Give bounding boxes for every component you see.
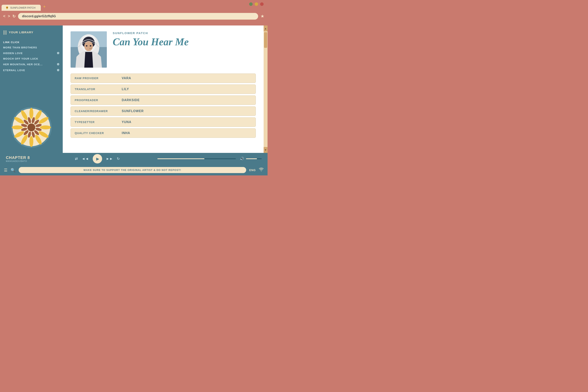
sidebar-item-her-mountain[interactable]: HER MOUNTAIN, HER OCE... ✿	[3, 61, 60, 67]
chapter-number: CHAPTER 8	[6, 156, 37, 160]
refresh-button[interactable]: ↻	[12, 14, 16, 18]
svg-point-35	[90, 45, 91, 46]
credit-value: INHA	[122, 131, 130, 135]
sidebar-item-label: MORE THAN BROTHERS	[3, 46, 37, 49]
credit-label: PROOFREADER	[75, 98, 122, 102]
credit-row-raw: RAW PROVIDER VARA	[70, 74, 256, 83]
sunflower-svg	[10, 106, 53, 149]
bottom-notice: MAKE SURE TO SUPPORT THE ORIGINAL ARTIST…	[18, 167, 246, 173]
sidebar-item-link-click[interactable]: LINK CLICK	[3, 40, 60, 45]
browser-chrome: 🌻 SUNFLOWER PATCH + < > ↻ discord.gg/erG…	[0, 0, 268, 26]
address-bar[interactable]: discord.gg/erG2zffq5G	[18, 13, 258, 20]
sidebar-item-mooch-off-your-luck[interactable]: MOOCH OFF YOUR LUCK	[3, 56, 60, 61]
search-icon[interactable]: 🔍	[10, 168, 16, 172]
credit-label: TRANSLATOR	[75, 88, 122, 91]
bottom-bar: ☰ 🔍 MAKE SURE TO SUPPORT THE ORIGINAL AR…	[0, 165, 268, 176]
volume-bar[interactable]	[246, 158, 262, 159]
menu-icon[interactable]: ☰	[4, 168, 8, 172]
scrollbar-down-button[interactable]: ▼	[264, 147, 268, 153]
library-header: ||| YOUR LIBRARY	[3, 30, 60, 35]
content-with-scroll: SUNFLOWER PATCH Can You Hear Me RAW PROV…	[63, 26, 268, 153]
credit-label: QUALITY CHECKER	[75, 132, 122, 135]
manga-title: Can You Hear Me	[113, 36, 256, 48]
svg-point-33	[84, 41, 93, 51]
credit-value: LILY	[122, 88, 129, 91]
scrollbar-thumb[interactable]	[264, 32, 267, 48]
heart-icon: ✿	[57, 51, 60, 55]
window-controls	[249, 2, 264, 6]
prev-button[interactable]: ◄◄	[82, 157, 89, 161]
credit-row-cleaner: CLEANER/REDRAWER SUNFLOWER	[70, 106, 256, 116]
forward-button[interactable]: >	[8, 14, 10, 18]
shuffle-button[interactable]: ⇄	[75, 156, 78, 161]
sidebar-item-label: HIDDEN LOVE	[3, 52, 23, 55]
minimize-button[interactable]	[249, 2, 253, 6]
library-icon: |||	[3, 30, 7, 35]
scrollbar-up-button[interactable]: ▲	[264, 26, 268, 31]
content-area: ||| YOUR LIBRARY LINK CLICK MORE THAN BR…	[0, 26, 268, 153]
svg-point-1	[30, 108, 33, 119]
play-button[interactable]: ▶	[93, 154, 102, 164]
sidebar-item-label: ETERNAL LOVE	[3, 69, 25, 72]
volume-icon: 🔊	[240, 156, 244, 161]
sidebar-item-more-than-brothers[interactable]: MORE THAN BROTHERS	[3, 45, 60, 50]
svg-point-25	[28, 124, 35, 131]
tab-title: SUNFLOWER PATCH	[10, 6, 36, 9]
heart-icon: ✿	[57, 62, 60, 66]
svg-point-10	[12, 126, 23, 129]
play-icon: ▶	[96, 156, 99, 161]
volume-section: 🔊	[240, 156, 262, 161]
volume-fill	[246, 158, 257, 159]
credit-label: CLEANER/REDRAWER	[75, 110, 122, 113]
credit-value: DARKSIDE	[122, 98, 140, 102]
chapter-info: CHAPTER 8 MANGADEX/BATO	[6, 156, 37, 162]
svg-point-7	[30, 136, 33, 147]
bookmark-icon[interactable]: ★	[260, 14, 264, 19]
sidebar-item-eternal-love[interactable]: ETERNAL LOVE ✿	[3, 67, 60, 73]
credits-section: RAW PROVIDER VARA TRANSLATOR LILY PROOFR…	[70, 74, 256, 138]
sidebar-item-label: HER MOUNTAIN, HER OCE...	[3, 63, 42, 66]
credit-row-typesetter: TYPESETTER YUNA	[70, 118, 256, 127]
manga-header: SUNFLOWER PATCH Can You Hear Me	[70, 31, 256, 68]
sidebar: ||| YOUR LIBRARY LINK CLICK MORE THAN BR…	[0, 26, 63, 153]
player-controls: ⇄ ◄◄ ▶ ►► ↻	[41, 154, 154, 164]
back-button[interactable]: <	[3, 14, 6, 18]
next-button[interactable]: ►►	[106, 157, 113, 161]
sidebar-item-label: MOOCH OFF YOUR LUCK	[3, 57, 38, 60]
nav-bar: < > ↻ discord.gg/erG2zffq5G ★	[0, 11, 268, 22]
close-button[interactable]	[260, 2, 264, 6]
maximize-button[interactable]	[254, 2, 258, 6]
sidebar-item-hidden-love[interactable]: HIDDEN LOVE ✿	[3, 50, 60, 56]
cover-art	[70, 31, 107, 68]
credit-label: RAW PROVIDER	[75, 77, 122, 80]
heart-icon: ✿	[57, 68, 60, 72]
scrollbar[interactable]: ▲ ▼	[264, 26, 268, 153]
wifi-icon	[259, 168, 264, 172]
progress-fill	[158, 158, 204, 159]
manga-cover	[70, 31, 107, 68]
sidebar-item-label: LINK CLICK	[3, 41, 20, 44]
sidebar-logo	[3, 102, 60, 149]
tab-favicon: 🌻	[6, 6, 8, 9]
manga-info: SUNFLOWER PATCH Can You Hear Me	[113, 31, 256, 48]
svg-point-34	[86, 45, 88, 46]
chapter-platform: MANGADEX/BATO	[6, 160, 37, 162]
tab-bar: 🌻 SUNFLOWER PATCH +	[0, 0, 268, 11]
svg-point-4	[40, 126, 51, 129]
credit-label: TYPESETTER	[75, 120, 122, 124]
repeat-button[interactable]: ↻	[117, 156, 120, 161]
progress-bar[interactable]	[158, 158, 236, 159]
credit-value: SUNFLOWER	[122, 109, 144, 113]
new-tab-button[interactable]: +	[42, 2, 47, 11]
manga-group: SUNFLOWER PATCH	[113, 31, 256, 35]
credit-value: YUNA	[122, 120, 131, 124]
active-tab[interactable]: 🌻 SUNFLOWER PATCH	[2, 5, 41, 11]
credit-row-translator: TRANSLATOR LILY	[70, 84, 256, 94]
credit-value: VARA	[122, 76, 131, 80]
content-panel: SUNFLOWER PATCH Can You Hear Me RAW PROV…	[63, 26, 264, 153]
library-title: YOUR LIBRARY	[9, 30, 34, 34]
player-bar: CHAPTER 8 MANGADEX/BATO ⇄ ◄◄ ▶ ►► ↻ 🔊	[0, 153, 268, 165]
credit-row-quality: QUALITY CHECKER INHA	[70, 128, 256, 138]
credit-row-proofreader: PROOFREADER DARKSIDE	[70, 96, 256, 105]
language-indicator: ENG	[249, 168, 256, 172]
